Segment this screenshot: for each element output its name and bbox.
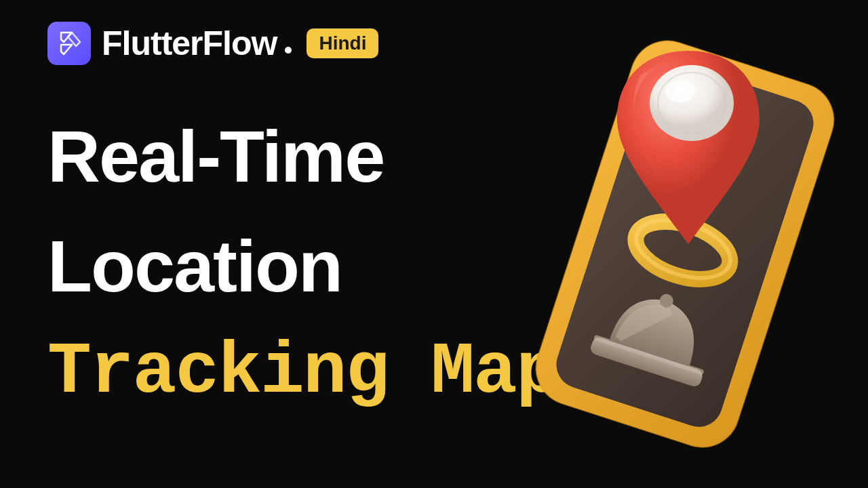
- separator-dot-icon: [285, 47, 292, 54]
- logo-mark-icon: [56, 30, 83, 57]
- header: FlutterFlow Hindi: [47, 22, 378, 65]
- language-badge: Hindi: [307, 28, 378, 58]
- title-block: Real-Time Location Tracking Map: [47, 102, 559, 424]
- svg-point-8: [650, 65, 734, 141]
- flutterflow-logo-icon: [47, 22, 91, 65]
- title-line-2: Location: [47, 211, 559, 321]
- brand-name: FlutterFlow: [102, 24, 277, 63]
- phone-location-illustration: [522, 34, 848, 454]
- svg-point-10: [665, 81, 695, 102]
- subtitle: Tracking Map: [47, 321, 559, 424]
- title-line-1: Real-Time: [47, 102, 559, 211]
